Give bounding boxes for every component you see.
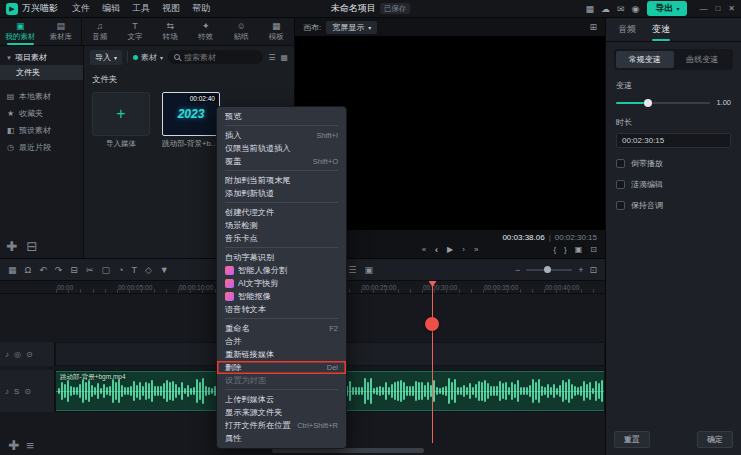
- menu-item-upload-to-cloud[interactable]: 上传到媒体云: [217, 393, 346, 406]
- delete-folder-icon[interactable]: ⊟: [26, 239, 37, 254]
- menubar-menu-item[interactable]: 帮助: [186, 2, 216, 15]
- menu-item-ai-portrait[interactable]: 智能人像分割: [217, 264, 346, 277]
- play-icon[interactable]: ▶: [447, 245, 453, 255]
- skip-start-icon[interactable]: «: [422, 245, 426, 255]
- menu-item-set-as-cover[interactable]: 设置为封面: [217, 374, 346, 387]
- checkbox-icon[interactable]: [616, 159, 625, 168]
- menubar-menu-item[interactable]: 工具: [126, 2, 156, 15]
- menu-item-insert-current-track[interactable]: 仅限当前轨道插入: [217, 142, 346, 155]
- subtab-uniform-speed[interactable]: 常规变速: [616, 51, 674, 68]
- preview-settings-icon[interactable]: ⊞: [589, 22, 597, 32]
- track-options-icon[interactable]: ≡: [26, 438, 34, 453]
- menu-item-overwrite[interactable]: 覆盖 Shift+O: [217, 155, 346, 168]
- speed-icon[interactable]: ◔: [118, 264, 123, 276]
- mute-track-icon[interactable]: ♪: [5, 350, 9, 359]
- menu-item-insert[interactable]: 插入 Shift+I: [217, 129, 346, 142]
- checkbox-icon[interactable]: [616, 180, 625, 189]
- undo-icon[interactable]: ↶: [39, 264, 47, 276]
- tree-item-local-media[interactable]: ▤ 本地素材: [0, 88, 83, 105]
- mixer-icon[interactable]: ☰: [348, 264, 356, 276]
- export-button[interactable]: 导出 ▾: [647, 1, 687, 16]
- user-account-icon[interactable]: ◉: [632, 4, 640, 14]
- grid-view-icon[interactable]: ▦: [280, 53, 288, 62]
- menu-item-append[interactable]: 附加到当前项末尾: [217, 174, 346, 187]
- menubar-menu-item[interactable]: 编辑: [96, 2, 126, 15]
- marker-icon[interactable]: ▼: [160, 264, 169, 276]
- zoom-slider-thumb[interactable]: [544, 266, 551, 273]
- reset-button[interactable]: 重置: [614, 431, 650, 448]
- fit-timeline-icon[interactable]: ⊡: [589, 264, 597, 276]
- trash-icon[interactable]: ⊟: [70, 264, 78, 276]
- playhead-handle[interactable]: [425, 317, 439, 331]
- menubar-menu-item[interactable]: 视图: [156, 2, 186, 15]
- option-ripple-edit[interactable]: 涟漪编辑: [616, 179, 731, 190]
- media-clip-card[interactable]: 2023 00:02:40 跳动部-背景+bgm.mp4: [162, 92, 220, 149]
- menu-item-ai-cutout[interactable]: 智能抠像: [217, 290, 346, 303]
- mute-track-icon[interactable]: ♪: [5, 387, 9, 396]
- solo-track-icon[interactable]: S: [14, 387, 19, 396]
- menu-item-auto-captions[interactable]: 自动字幕识别: [217, 251, 346, 264]
- tab-my-media[interactable]: ▣ 我的素材: [0, 18, 41, 45]
- option-maintain-pitch[interactable]: 保持音调: [616, 200, 731, 211]
- menubar-menu-item[interactable]: 文件: [66, 2, 96, 15]
- next-frame-icon[interactable]: ›: [462, 245, 465, 255]
- tree-item-favorites[interactable]: ★ 收藏夹: [0, 105, 83, 122]
- menu-item-beat-detection[interactable]: 音乐卡点: [217, 232, 346, 245]
- zoom-out-icon[interactable]: −: [515, 264, 520, 276]
- speed-slider-thumb[interactable]: [644, 99, 652, 107]
- category-text[interactable]: T 文字: [117, 18, 152, 45]
- text-tool-icon[interactable]: T: [131, 264, 137, 276]
- menu-item-relink-media[interactable]: 重新链接媒体: [217, 348, 346, 361]
- maximize-icon[interactable]: □: [715, 4, 720, 13]
- subtab-speed-ramping[interactable]: 曲线变速: [674, 51, 732, 68]
- mark-in-icon[interactable]: {: [553, 245, 556, 254]
- zoom-slider[interactable]: [526, 269, 572, 271]
- lock-track-icon[interactable]: ⊙: [26, 350, 33, 359]
- track-manager-icon[interactable]: ▦: [8, 264, 17, 276]
- snapshot-icon[interactable]: ▣: [364, 264, 373, 276]
- mark-out-icon[interactable]: }: [564, 245, 567, 254]
- tree-root-project-media[interactable]: ▼ 项目素材: [0, 50, 83, 65]
- zoom-in-icon[interactable]: +: [578, 264, 583, 276]
- keyframe-icon[interactable]: ◇: [145, 264, 152, 276]
- snap-magnet-icon[interactable]: Ω: [25, 264, 32, 276]
- lock-track-icon[interactable]: ⊙: [24, 387, 31, 396]
- tab-speed[interactable]: 变速: [652, 23, 670, 41]
- category-effects[interactable]: ✦ 特效: [188, 18, 223, 45]
- import-button[interactable]: 导入 ▾: [90, 50, 122, 65]
- tree-item-recent-clips[interactable]: ◷ 最近片段: [0, 139, 83, 156]
- category-templates[interactable]: ▦ 模板: [259, 18, 294, 45]
- close-icon[interactable]: ✕: [728, 4, 735, 13]
- import-media-tile[interactable]: + 导入媒体: [92, 92, 150, 149]
- menu-item-properties[interactable]: 属性: [217, 432, 346, 445]
- snapshot-icon[interactable]: ▣: [575, 245, 583, 254]
- menu-item-scene-detection[interactable]: 场景检测: [217, 219, 346, 232]
- menu-item-show-source-folder[interactable]: 显示来源文件夹: [217, 406, 346, 419]
- hide-track-icon[interactable]: ◎: [14, 350, 21, 359]
- menu-item-create-proxy[interactable]: 创建代理文件: [217, 206, 346, 219]
- cloud-sync-icon[interactable]: ☁: [601, 4, 610, 14]
- sort-icon[interactable]: ☰: [268, 53, 275, 62]
- menu-item-merge[interactable]: 合并: [217, 335, 346, 348]
- prev-frame-icon[interactable]: ‹: [435, 245, 438, 255]
- duration-value[interactable]: 00:02:30:15: [616, 133, 731, 148]
- category-audio[interactable]: ♫ 音频: [82, 18, 117, 45]
- tab-stock-library[interactable]: ▤ 素材库: [41, 18, 82, 45]
- redo-icon[interactable]: ↷: [55, 264, 63, 276]
- layout-icon[interactable]: ▦: [586, 4, 595, 14]
- tree-item-preset-media[interactable]: ◧ 预设素材: [0, 122, 83, 139]
- category-stickers[interactable]: ☺ 贴纸: [223, 18, 258, 45]
- minimize-icon[interactable]: —: [699, 4, 707, 13]
- speed-slider[interactable]: [616, 102, 710, 104]
- add-track-icon[interactable]: ✚: [8, 438, 19, 453]
- menu-item-open-file-location[interactable]: 打开文件所在位置 Ctrl+Shift+R: [217, 419, 346, 432]
- playhead[interactable]: [432, 281, 433, 443]
- media-type-filter[interactable]: 素材 ▾: [133, 52, 163, 63]
- message-icon[interactable]: ✉: [617, 4, 625, 14]
- option-reverse-playback[interactable]: 倒带播放: [616, 158, 731, 169]
- fullscreen-icon[interactable]: ⊡: [590, 245, 597, 254]
- checkbox-icon[interactable]: [616, 201, 625, 210]
- category-transitions[interactable]: ⇆ 转场: [153, 18, 188, 45]
- menu-item-preview[interactable]: 预览: [217, 110, 346, 123]
- menu-item-ai-text-edit[interactable]: AI文字快剪: [217, 277, 346, 290]
